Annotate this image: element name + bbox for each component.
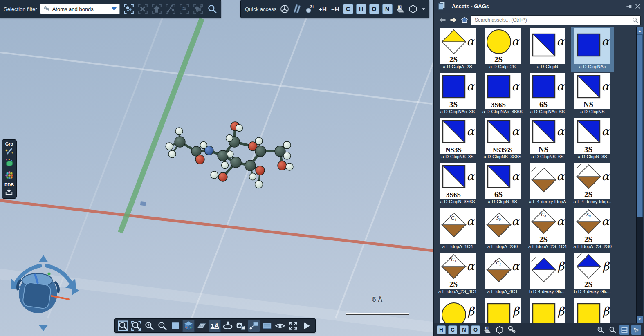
grid-plane-button[interactable]	[195, 320, 208, 332]
background-button[interactable]	[169, 320, 182, 332]
asset-tile[interactable]: β	[526, 297, 569, 323]
expand-selection-button[interactable]	[164, 3, 177, 15]
element-n-filter-button[interactable]: N	[460, 325, 469, 334]
asset-tile[interactable]: α6Sa-D-GlcpNAc_6S	[526, 72, 569, 117]
scale-bar-button[interactable]: 1Å	[209, 320, 221, 332]
gro-wand-button[interactable]: Gro	[4, 142, 14, 156]
asset-tile[interactable]: αa-D-GlcpN	[526, 27, 569, 72]
scroll-down-button[interactable]: ▼	[637, 316, 643, 323]
asset-tile[interactable]: αNSa-D-GlcpNS	[571, 72, 614, 117]
ring-builder-button[interactable]	[495, 325, 505, 335]
asset-tile[interactable]: β	[571, 297, 614, 323]
asset-tile[interactable]: α2Sa-D-GalpA_2S	[436, 27, 479, 72]
charge-button[interactable]: 2+	[305, 4, 315, 14]
glycan-symbol: 4C1α	[485, 253, 521, 289]
zoom-out-button[interactable]	[156, 320, 168, 332]
asset-tile[interactable]: α3S6Sa-D-GlcpNAc_3S6S	[481, 72, 524, 117]
asset-tile[interactable]: 4C1αa-L-IdopA_4C1	[481, 252, 524, 297]
promote-selection-button[interactable]	[150, 3, 163, 15]
fullscreen-button[interactable]	[287, 320, 299, 332]
zoom-region-button[interactable]	[130, 320, 142, 332]
home-button[interactable]	[460, 16, 469, 25]
asset-tile[interactable]: αNSa-D-GlcpNS_6S	[526, 117, 569, 162]
labels-button[interactable]	[248, 320, 260, 332]
axis-x-line	[0, 199, 433, 252]
asset-tile[interactable]: α3Sa-D-GlcpNAc_3S	[436, 72, 479, 117]
zoom-in-button[interactable]	[143, 320, 155, 332]
asset-tile[interactable]: αNS3S6Sa-D-GlcpNS_3S6S	[481, 117, 524, 162]
asset-tile[interactable]: 1C4αa-L-IdopA_1C4	[436, 207, 479, 252]
add-group-button[interactable]	[192, 3, 204, 15]
bond-sticks-button[interactable]	[292, 4, 302, 14]
asset-tile[interactable]: αNS3Sa-D-GlcpNS_3S	[436, 117, 479, 162]
navigation-cube[interactable]	[3, 250, 85, 334]
asset-tile[interactable]: β2Sb-D-4-deoxy-Glc...	[571, 252, 614, 297]
navigation-cube-button[interactable]	[182, 320, 195, 332]
anomer-label: α	[467, 261, 474, 272]
remove-hydrogens-button[interactable]: −H	[330, 6, 340, 13]
structure-view-button[interactable]	[631, 325, 641, 335]
delete-selection-button[interactable]	[137, 3, 149, 15]
snapshot-button[interactable]	[235, 320, 247, 332]
element-c-filter-button[interactable]: C	[448, 325, 457, 334]
asset-tile[interactable]: αa-L-4-deoxy-IdopA	[526, 162, 569, 207]
shape-builder-button[interactable]	[4, 158, 14, 168]
play-button[interactable]	[300, 320, 312, 332]
panel-view-button[interactable]	[261, 320, 273, 332]
turntable-button[interactable]	[222, 320, 234, 332]
visibility-button[interactable]	[274, 320, 286, 332]
svg-text:≈: ≈	[182, 4, 186, 13]
eraser-button[interactable]: H	[395, 4, 405, 14]
zoom-tool-button[interactable]	[117, 320, 129, 332]
conformation-label: 4C1	[444, 256, 461, 263]
element-n-button[interactable]: N	[382, 4, 393, 14]
search-icon[interactable]	[632, 17, 639, 25]
asset-tile[interactable]: β	[481, 297, 524, 323]
asset-tile[interactable]: α3Sa-D-GlcpN_3S	[571, 117, 614, 162]
glycan-symbol: α3S6S	[485, 73, 521, 109]
element-c-button[interactable]: C	[343, 4, 353, 14]
more-options-button[interactable]	[421, 6, 426, 12]
select-atoms-button[interactable]	[123, 3, 135, 15]
asset-tile[interactable]: 2S0αa-L-IdopA_2S0	[481, 207, 524, 252]
search-input[interactable]	[471, 16, 640, 25]
zoom-in-assets-button[interactable]	[596, 325, 606, 335]
periodic-wheel-button[interactable]	[280, 4, 289, 14]
back-button[interactable]	[438, 16, 447, 25]
close-panel-button[interactable]	[633, 2, 642, 11]
scrollbar-thumb[interactable]	[637, 34, 643, 217]
asset-name: a-D-GlcpNAc_6S	[526, 109, 569, 115]
asset-tile[interactable]: 1C4α2Sa-L-IdopA_2S_1C4	[526, 207, 569, 252]
pdb-download-button[interactable]: PDB	[4, 183, 14, 196]
element-h-filter-button[interactable]: H	[437, 325, 446, 334]
add-hydrogens-button[interactable]: +H	[318, 6, 328, 13]
viewport-3d[interactable]: 5 Å Selection filter Atoms and bonds ≈ Q…	[0, 0, 433, 336]
element-o-button[interactable]: O	[369, 4, 379, 14]
element-h-button[interactable]: H	[356, 4, 366, 14]
asset-tile[interactable]: α6Sa-D-GlcpN_6S	[481, 162, 524, 207]
ring-builder-button[interactable]	[408, 4, 418, 14]
anomer-label: α	[512, 36, 519, 47]
element-o-filter-button[interactable]: O	[471, 325, 480, 334]
asset-name: a-D-GlcpNS	[571, 109, 614, 115]
forward-button[interactable]	[449, 16, 458, 25]
zoom-selection-button[interactable]	[206, 3, 218, 15]
asset-tile[interactable]: 2S0α2Sa-L-IdopA_2S_2S0	[571, 207, 614, 252]
settings-wrench-button[interactable]	[507, 325, 517, 335]
eraser-button[interactable]: H	[482, 325, 492, 335]
list-view-button[interactable]	[619, 325, 629, 335]
asset-tile[interactable]: 4C1α2Sa-L-IdopA_2S_4C1	[436, 252, 479, 297]
asset-tile[interactable]: β	[436, 297, 479, 323]
zoom-out-assets-button[interactable]	[608, 325, 617, 335]
asset-tile[interactable]: αa-D-GlcpNAc	[571, 27, 614, 72]
scroll-up-button[interactable]: ▲	[637, 27, 643, 34]
asset-tile[interactable]: α2Sa-D-Galp_2S	[481, 27, 524, 72]
selection-filter-dropdown[interactable]: Atoms and bonds	[40, 4, 120, 14]
asset-tile[interactable]: α2Sa-L-4-deoxy-Idop...	[571, 162, 614, 207]
select-similar-button[interactable]: ≈	[178, 3, 191, 15]
asset-tile[interactable]: βb-D-4-deoxy-Glc...	[526, 252, 569, 297]
pin-panel-button[interactable]	[625, 2, 633, 11]
scrollbar[interactable]: ▲ ▼	[636, 27, 643, 323]
asset-tile[interactable]: α3S6Sa-D-GlcpN_3S6S	[436, 162, 479, 207]
fragment-library-button[interactable]	[4, 170, 14, 180]
